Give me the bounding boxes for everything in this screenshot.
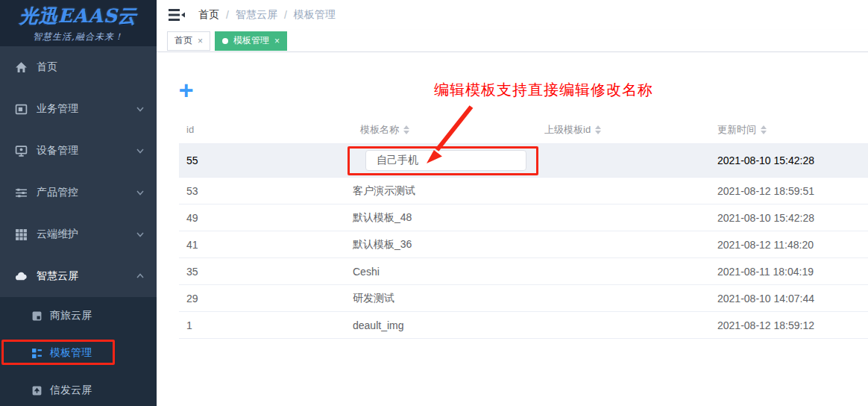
breadcrumb-item-home[interactable]: 首页 [198,8,219,22]
sidebar-item-label: 首页 [37,60,57,74]
sidebar-item-cloud-maintain[interactable]: 云端维护 [0,213,157,255]
tab-template-manage[interactable]: 模板管理 × [215,31,287,51]
sidebar-item-label: 产品管控 [37,186,78,199]
cell-id: 41 [179,239,353,251]
table-row[interactable]: 49 默认模板_48 2021-08-10 15:42:28 [179,204,868,231]
column-header-parent-id[interactable]: 上级模板id [544,123,717,137]
tab-close-icon[interactable]: × [198,36,203,46]
sidebar-item-label: 智慧云屏 [37,269,78,283]
table-row[interactable]: 55 2021-08-10 15:42:28 [179,144,868,178]
cell-updated: 2021-08-10 15:42:28 [717,212,868,224]
active-tab-dot [222,38,228,44]
table-row[interactable]: 41 默认模板_36 2021-08-12 11:48:20 [179,231,868,258]
sort-icon[interactable] [403,125,409,134]
breadcrumb-item-smart-screen: 智慧云屏 [236,8,277,22]
template-table: id 模板名称 上级模板id 更新时间 [179,116,868,339]
cloud-maintain-icon [15,228,28,241]
brand-logo: 光迅EAAS云 智慧生活,融合未来！ [0,0,157,46]
cell-updated: 2021-08-12 11:48:20 [717,239,868,251]
chevron-up-icon [136,272,145,281]
sidebar-submenu: 商旅云屏 模板管理 信发云屏 [0,297,157,406]
breadcrumb: 首页 / 智慧云屏 / 模板管理 [198,8,336,22]
template-icon [31,348,43,359]
cell-updated: 2021-08-10 14:07:44 [717,293,868,304]
cell-name[interactable]: 研发测试 [353,292,544,305]
brand-title: 光迅EAAS云 [19,4,137,28]
cell-id: 29 [179,293,353,304]
sidebar-item-product[interactable]: 产品管控 [0,172,157,213]
cell-id: 53 [179,185,353,197]
breadcrumb-separator: / [284,9,287,21]
travel-screen-icon [31,310,43,322]
sidebar-item-home[interactable]: 首页 [0,46,157,88]
cell-name[interactable]: deault_img [353,319,544,331]
sidebar-item-business[interactable]: 业务管理 [0,88,157,130]
column-header-name[interactable]: 模板名称 [353,123,544,137]
business-icon [15,103,28,116]
home-icon [15,61,28,74]
table-row[interactable]: 29 研发测试 2021-08-10 14:07:44 [179,285,868,312]
app-window: 光迅EAAS云 智慧生活,融合未来！ 首页 业务管理 [0,0,868,406]
sidebar-item-publish-screen[interactable]: 信发云屏 [0,372,157,406]
content-panel: + 编辑模板支持直接编辑修改名称 id 模板名称 上级模板id [157,52,868,406]
cell-id: 35 [179,266,353,278]
column-header-id: id [179,124,353,135]
table-row[interactable]: 35 Ceshi 2021-08-11 18:04:19 [179,258,868,285]
cell-name[interactable]: 客户演示测试 [353,184,544,198]
cell-updated: 2021-08-10 15:42:28 [717,154,868,166]
annotation-text: 编辑模板支持直接编辑修改名称 [434,80,653,100]
tab-label: 模板管理 [233,34,269,47]
chevron-down-icon [136,104,145,113]
chevron-down-icon [136,146,145,155]
table-header-row: id 模板名称 上级模板id 更新时间 [179,116,868,144]
sidebar-item-label: 业务管理 [37,102,78,116]
product-icon [15,187,28,199]
sort-icon[interactable] [761,125,767,134]
table-row[interactable]: 53 客户演示测试 2021-08-12 18:59:51 [179,178,868,204]
sidebar-item-label: 云端维护 [37,228,78,241]
sidebar-item-device[interactable]: 设备管理 [0,130,157,172]
sidebar-item-label: 设备管理 [37,144,78,157]
sidebar-item-smart-screen[interactable]: 智慧云屏 [0,255,157,297]
sidebar-item-travel-screen[interactable]: 商旅云屏 [0,297,157,334]
device-icon [15,145,28,157]
topbar: 首页 / 智慧云屏 / 模板管理 [157,0,868,30]
brand-tagline: 智慧生活,融合未来！ [33,31,124,43]
sidebar: 光迅EAAS云 智慧生活,融合未来！ 首页 业务管理 [0,0,157,406]
cell-updated: 2021-08-12 18:59:51 [717,185,868,197]
sidebar-collapse-icon[interactable] [169,8,185,22]
sidebar-item-label: 商旅云屏 [50,309,92,322]
sidebar-item-label: 模板管理 [50,346,92,360]
cell-name[interactable]: 默认模板_48 [353,211,544,225]
cell-id: 55 [179,154,353,166]
breadcrumb-item-current: 模板管理 [294,8,336,22]
breadcrumb-separator: / [226,9,229,21]
tab-home[interactable]: 首页 × [167,31,210,51]
cell-name[interactable]: 默认模板_36 [353,238,544,252]
add-template-button[interactable]: + [179,79,193,100]
tab-close-icon[interactable]: × [274,36,280,46]
sidebar-item-label: 信发云屏 [50,384,92,397]
cell-id: 49 [179,212,353,224]
cell-name[interactable]: Ceshi [353,266,544,278]
template-name-input[interactable] [365,150,526,171]
chevron-down-icon [136,230,145,239]
cloud-icon [15,270,28,283]
cell-id: 1 [179,319,353,331]
cell-updated: 2021-08-11 18:04:19 [717,266,868,278]
sidebar-item-template-manage[interactable]: 模板管理 [0,334,157,372]
tabbar: 首页 × 模板管理 × [157,30,868,52]
main-area: 首页 / 智慧云屏 / 模板管理 首页 × 模板管理 × + 编辑模板支持直接编… [157,0,868,406]
column-header-updated[interactable]: 更新时间 [717,123,868,137]
sidebar-nav: 首页 业务管理 设备管理 [0,46,157,406]
cell-updated: 2021-08-12 18:59:12 [717,319,868,331]
sort-icon[interactable] [595,125,601,134]
tab-label: 首页 [174,34,192,47]
chevron-down-icon [136,188,145,197]
publish-screen-icon [31,385,43,396]
table-row[interactable]: 1 deault_img 2021-08-12 18:59:12 [179,312,868,339]
